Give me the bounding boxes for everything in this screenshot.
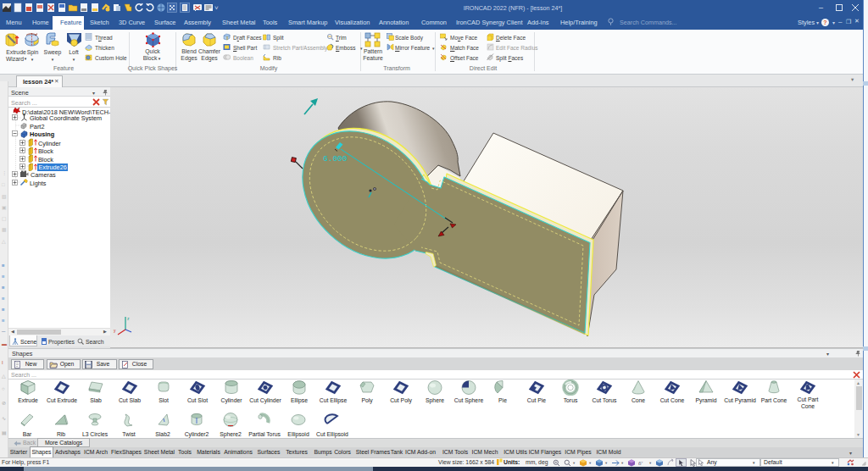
svg-text:y: y — [114, 328, 116, 333]
svg-text:z: z — [127, 316, 130, 321]
svg-text:6′: 6′ — [638, 460, 643, 467]
svg-text:6.000: 6.000 — [323, 154, 348, 163]
